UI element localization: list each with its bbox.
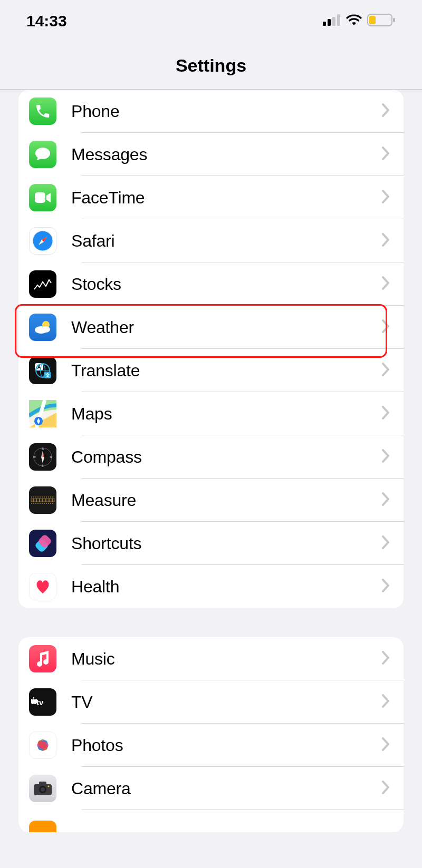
settings-row-health[interactable]: Health (18, 565, 404, 608)
settings-row-photos[interactable]: Photos (18, 724, 404, 767)
settings-row-stocks[interactable]: Stocks (18, 262, 404, 306)
chevron-right-icon (381, 190, 390, 206)
chevron-right-icon (381, 737, 390, 753)
settings-row-weather[interactable]: Weather (18, 306, 404, 349)
row-label: Safari (71, 231, 381, 251)
settings-list: Phone Messages FaceTime (0, 90, 422, 832)
safari-icon (29, 227, 56, 255)
chevron-right-icon (381, 233, 390, 249)
row-label: TV (71, 693, 381, 712)
svg-text:tv: tv (36, 698, 44, 707)
chevron-right-icon (381, 276, 390, 292)
translate-icon: A 文 (29, 357, 56, 384)
svg-point-59 (41, 787, 45, 792)
svg-text:W: W (33, 455, 36, 459)
phone-icon (29, 97, 56, 125)
settings-group: Phone Messages FaceTime (18, 90, 404, 608)
settings-row-compass[interactable]: N S W E Compass (18, 435, 404, 479)
status-indicators (323, 14, 396, 28)
svg-text:N: N (42, 447, 44, 451)
music-icon (29, 645, 56, 672)
chevron-right-icon (381, 406, 390, 422)
settings-group: Music tv TV (18, 637, 404, 832)
measure-icon (29, 486, 56, 514)
settings-row-tv[interactable]: tv TV (18, 680, 404, 724)
chevron-right-icon (381, 103, 390, 119)
chevron-right-icon (381, 651, 390, 667)
status-time: 14:33 (26, 12, 67, 30)
settings-row-messages[interactable]: Messages (18, 133, 404, 176)
tv-icon: tv (29, 688, 56, 716)
wifi-icon (346, 14, 362, 28)
chevron-right-icon (381, 363, 390, 378)
messages-icon (29, 141, 56, 168)
settings-row-measure[interactable]: Measure (18, 479, 404, 522)
settings-row-shortcuts[interactable]: Shortcuts (18, 522, 404, 565)
health-icon (29, 573, 56, 600)
row-label: Compass (71, 447, 381, 467)
chevron-right-icon (381, 449, 390, 465)
row-label: Maps (71, 404, 381, 424)
svg-rect-6 (369, 16, 376, 24)
settings-row-camera[interactable]: Camera (18, 767, 404, 810)
chevron-right-icon (381, 319, 390, 335)
settings-row-safari[interactable]: Safari (18, 219, 404, 262)
svg-rect-7 (35, 192, 45, 203)
svg-rect-0 (323, 22, 326, 26)
svg-rect-2 (332, 17, 335, 26)
row-label: Measure (71, 491, 381, 510)
row-label: Translate (71, 361, 381, 381)
chevron-right-icon (381, 694, 390, 710)
maps-icon (29, 400, 56, 427)
page-title: Settings (176, 55, 246, 76)
shortcuts-icon (29, 530, 56, 557)
camera-icon (29, 775, 56, 802)
svg-marker-33 (41, 451, 43, 457)
chevron-right-icon (381, 492, 390, 508)
row-label: Stocks (71, 275, 381, 294)
svg-text:文: 文 (45, 373, 50, 378)
row-label: Music (71, 649, 381, 669)
row-label: Phone (71, 102, 381, 121)
svg-point-60 (47, 785, 49, 787)
row-label: Shortcuts (71, 534, 381, 553)
row-label: Photos (71, 736, 381, 755)
row-label: FaceTime (71, 188, 381, 208)
compass-icon: N S W E (29, 443, 56, 471)
svg-marker-34 (41, 457, 44, 463)
app-icon (29, 821, 56, 832)
battery-icon (367, 14, 396, 28)
settings-row-partial[interactable] (18, 810, 404, 832)
svg-rect-3 (337, 14, 340, 26)
weather-icon (29, 314, 56, 341)
status-bar: 14:33 (0, 0, 422, 42)
settings-row-maps[interactable]: Maps (18, 392, 404, 435)
row-label: Messages (71, 145, 381, 164)
nav-header: Settings (0, 42, 422, 90)
chevron-right-icon (381, 147, 390, 162)
chevron-right-icon (381, 579, 390, 594)
settings-row-translate[interactable]: A 文 Translate (18, 349, 404, 392)
settings-row-phone[interactable]: Phone (18, 90, 404, 133)
row-label: Health (71, 577, 381, 597)
svg-rect-57 (39, 782, 46, 785)
chevron-right-icon (381, 781, 390, 796)
facetime-icon (29, 184, 56, 211)
settings-row-music[interactable]: Music (18, 637, 404, 680)
svg-rect-1 (328, 19, 331, 26)
svg-rect-5 (393, 18, 395, 22)
svg-point-14 (42, 326, 50, 333)
row-label: Camera (71, 779, 381, 798)
photos-icon (29, 732, 56, 759)
settings-row-facetime[interactable]: FaceTime (18, 176, 404, 219)
stocks-icon (29, 270, 56, 298)
chevron-right-icon (381, 535, 390, 551)
cellular-signal-icon (323, 14, 341, 28)
row-label: Weather (71, 318, 381, 337)
svg-marker-32 (43, 451, 44, 457)
